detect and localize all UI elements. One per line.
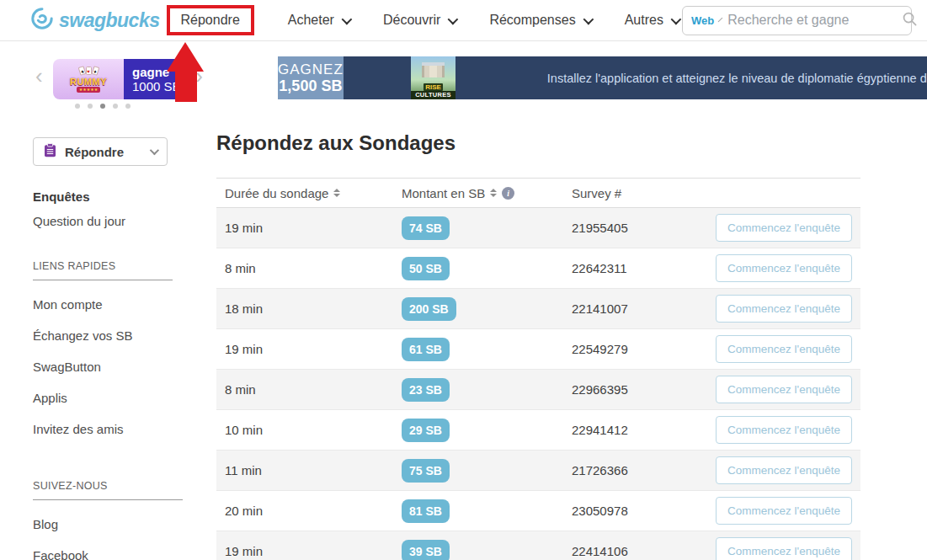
annotation-highlight-box: Répondre [167,5,254,35]
survey-number: 22966395 [572,382,712,397]
promo-stars-ribbon: ★★★★★ [77,87,100,93]
banner-earn-label: GAGNEZ [278,61,344,77]
carousel-dot[interactable] [113,104,118,109]
banner-message: Installez l'application et atteignez le … [547,72,927,85]
page: swagbucks Répondre Acheter Découvrir Réc… [0,0,927,560]
swagbucks-logo[interactable]: swagbucks [30,7,160,34]
start-survey-button[interactable]: Commencez l'enquête [716,497,852,525]
start-survey-button[interactable]: Commencez l'enquête [716,295,852,323]
start-survey-button[interactable]: Commencez l'enquête [716,416,852,444]
search-scope-selector[interactable]: Web [691,14,714,27]
nav-dropdown-label: Récompenses [489,13,575,28]
carousel-prev-icon[interactable]: ‹ [35,65,43,87]
banner-earn-amount: 1,500 SB [279,77,342,94]
sb-amount-badge: 61 SB [402,338,450,361]
chevron-down-icon[interactable] [718,17,723,22]
sidebar-quick-link[interactable]: Mon compte [33,297,223,312]
page-title: Répondez aux Sondages [216,131,456,155]
survey-number: 22141007 [572,301,712,316]
nav-dropdown-label: Acheter [288,13,334,28]
carousel-dot[interactable] [88,104,93,109]
column-header-amount-label: Montant en SB [402,186,485,200]
sidebar-dropdown-label: Répondre [65,145,124,159]
sidebar-quick-link[interactable]: SwagButton [33,360,223,374]
clipboard-icon [44,143,56,161]
sidebar-quick-link[interactable]: Échangez vos SB [33,328,223,343]
start-survey-button[interactable]: Commencez l'enquête [716,376,852,403]
nav-dropdown-label: Autres [625,13,663,28]
sidebar-item-question-du-jour[interactable]: Question du jour [33,214,223,228]
survey-row: 11 min 75 SB 21726366 Commencez l'enquêt… [216,451,860,491]
nav-dropdown-item[interactable]: Acheter [288,13,349,28]
column-header-amount[interactable]: Montant en SB i [402,186,572,200]
promo-brand-text: RUMMY [70,77,107,87]
survey-number: 21955405 [572,221,712,235]
start-survey-button[interactable]: Commencez l'enquête [716,214,852,242]
survey-duration: 19 min [225,221,402,235]
start-survey-button[interactable]: Commencez l'enquête [716,537,852,560]
survey-row: 8 min 50 SB 22642311 Commencez l'enquête [216,248,860,289]
survey-duration: 10 min [225,423,402,437]
chevron-down-icon [583,13,594,24]
swagbucks-swirl-icon [30,7,54,34]
sidebar-quick-link[interactable]: Invitez des amis [33,422,223,436]
start-survey-button[interactable]: Commencez l'enquête [716,456,852,484]
chevron-down-icon [448,13,459,24]
column-header-survey-label: Survey # [572,186,621,200]
sidebar-repondre-dropdown[interactable]: Répondre [33,137,168,166]
column-header-survey: Survey # [572,186,712,200]
survey-number: 23050978 [572,504,712,518]
sb-amount-badge: 75 SB [402,459,450,483]
follow-links-list: Blog Facebook Instagram [33,517,223,560]
nav-dropdown-item[interactable]: Découvrir [383,13,456,28]
sidebar: ‹ ♠♥♦ RUMMY ★★★★★ gagne 1000 SB › [0,41,223,560]
carousel-dot[interactable] [100,104,105,109]
search-icon[interactable] [902,11,918,30]
table-header-row: Durée du sondage Montant en SB i Survey … [216,178,860,208]
sort-icon[interactable] [333,189,340,197]
rise-of-cultures-banner[interactable]: GAGNEZ 1,500 SB RISE CULTURES Installez … [278,56,927,99]
sidebar-quick-link[interactable]: Applis [33,391,223,405]
annotation-arrow-head [167,42,204,72]
start-survey-button[interactable]: Commencez l'enquête [716,335,852,363]
survey-duration: 8 min [225,382,402,397]
chevron-down-icon [341,13,352,24]
sb-amount-badge: 23 SB [402,378,450,402]
sb-amount-badge: 200 SB [402,297,456,321]
temple-illustration [422,62,445,77]
sort-icon[interactable] [490,189,497,197]
game-title-top: RISE [424,83,443,91]
sidebar-item-enquetes[interactable]: Enquêtes [33,189,223,204]
column-header-duration-label: Durée du sondage [225,186,328,200]
nav-item-repondre[interactable]: Répondre [181,13,240,27]
rise-of-cultures-game-icon: RISE CULTURES [411,56,456,99]
game-title-bottom: CULTURES [411,91,456,99]
carousel-dot[interactable] [125,104,131,109]
banner-earn-block: GAGNEZ 1,500 SB [278,56,344,99]
start-survey-button[interactable]: Commencez l'enquête [716,254,852,282]
search-input[interactable] [727,13,902,28]
logo-wordmark: swagbucks [59,9,160,32]
carousel-dot[interactable] [75,104,80,109]
sb-amount-badge: 74 SB [402,216,450,240]
survey-duration: 18 min [225,301,402,316]
sidebar-follow-link[interactable]: Facebook [33,548,223,560]
annotation-arrow-up [167,42,205,102]
search-box: Web [682,6,912,35]
survey-row: 8 min 23 SB 22966395 Commencez l'enquête [216,370,860,410]
survey-duration: 11 min [225,463,402,477]
sb-amount-badge: 50 SB [402,257,450,280]
nav-dropdown-item[interactable]: Autres [625,13,679,28]
sidebar-follow-link[interactable]: Blog [33,517,223,531]
survey-number: 22642311 [572,261,712,275]
nav-dropdown-item[interactable]: Récompenses [489,13,590,28]
survey-row: 20 min 81 SB 23050978 Commencez l'enquêt… [216,491,860,531]
annotation-arrow-shaft [175,72,197,102]
chevron-down-icon [150,146,159,155]
column-header-duration[interactable]: Durée du sondage [225,186,402,200]
top-navigation: swagbucks Répondre Acheter Découvrir Réc… [0,0,927,41]
survey-row: 19 min 74 SB 21955405 Commencez l'enquêt… [216,208,860,248]
info-icon[interactable]: i [502,187,514,200]
survey-number: 21726366 [572,463,712,477]
survey-number: 22941412 [572,423,712,437]
